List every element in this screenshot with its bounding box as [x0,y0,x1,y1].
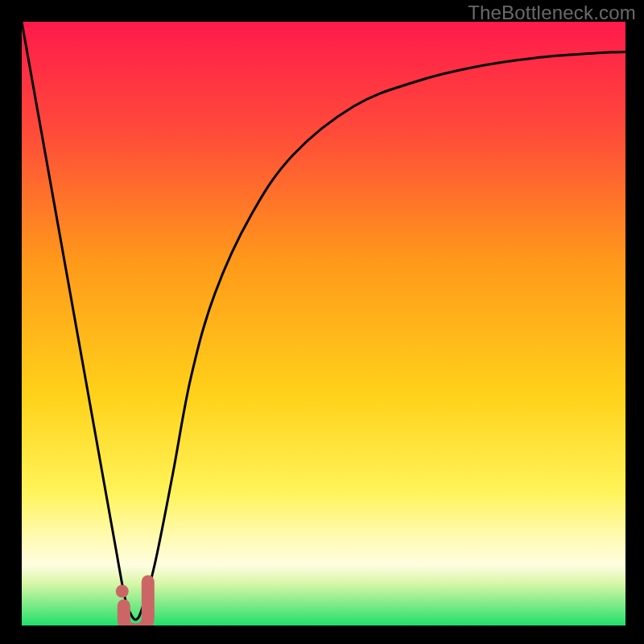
bottleneck-chart [22,22,625,625]
chart-frame: TheBottleneck.com [0,0,644,644]
svg-point-0 [116,585,129,598]
watermark-text: TheBottleneck.com [468,2,636,24]
